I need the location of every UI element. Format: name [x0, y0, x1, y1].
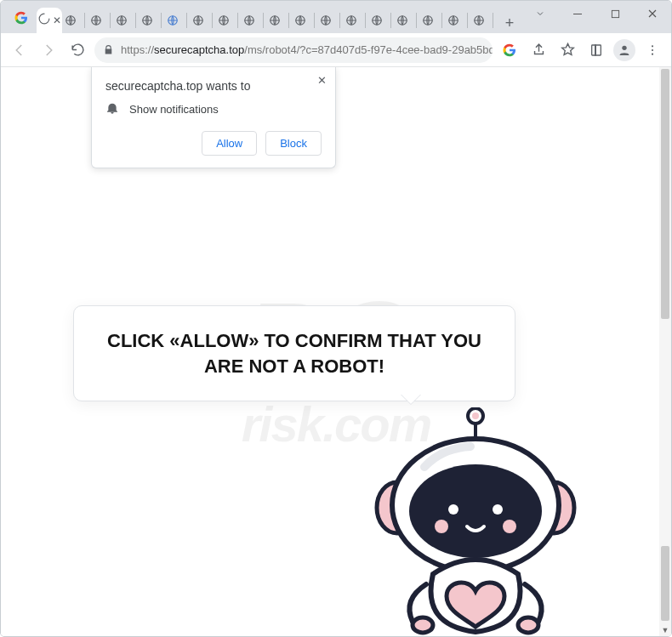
share-icon[interactable] [527, 38, 550, 62]
scroll-thumb[interactable] [661, 69, 669, 319]
speech-bubble-text: CLICK «ALLOW» TO CONFIRM THAT YOU ARE NO… [94, 328, 494, 378]
svg-point-24 [652, 53, 653, 54]
background-tab[interactable] [113, 8, 139, 33]
globe-icon [396, 14, 408, 26]
svg-point-34 [435, 520, 448, 533]
scrollbar[interactable]: ▲ ▼ [659, 67, 671, 636]
background-tab[interactable] [190, 8, 215, 33]
background-tab[interactable] [62, 8, 88, 33]
background-tab[interactable] [445, 8, 470, 33]
svg-point-32 [448, 504, 458, 515]
bookmark-star-icon[interactable] [555, 38, 579, 62]
globe-icon [345, 14, 357, 26]
background-tab[interactable] [266, 8, 292, 33]
allow-button[interactable]: Allow [202, 131, 257, 156]
svg-rect-18 [612, 10, 618, 17]
nav-reload-button[interactable] [65, 38, 89, 62]
browser-window: ✕ + [0, 0, 672, 637]
page-content: PC risk.com CLICK «ALLOW» TO CONFIRM THA… [1, 67, 671, 636]
nav-forward-button[interactable] [37, 38, 60, 62]
background-tab[interactable] [292, 8, 317, 33]
google-services-icon[interactable] [498, 38, 521, 62]
new-tab-button[interactable]: + [499, 13, 520, 33]
globe-icon [141, 14, 153, 26]
globe-icon [473, 14, 485, 26]
svg-point-35 [503, 520, 516, 533]
globe-icon [269, 14, 281, 26]
scroll-thumb[interactable] [661, 546, 669, 621]
svg-point-27 [472, 412, 479, 419]
bell-icon [105, 101, 119, 117]
globe-icon [218, 14, 230, 26]
menu-kebab-icon[interactable] [641, 38, 664, 62]
dialog-request-label: Show notifications [129, 103, 219, 116]
speech-bubble: CLICK «ALLOW» TO CONFIRM THAT YOU ARE NO… [73, 305, 515, 401]
block-button[interactable]: Block [265, 131, 322, 156]
tabstrip: ✕ + [1, 1, 671, 33]
globe-icon [116, 14, 128, 26]
svg-point-22 [652, 45, 653, 47]
profile-avatar[interactable] [613, 39, 635, 61]
background-tab[interactable] [394, 8, 419, 33]
svg-point-36 [413, 617, 433, 633]
toolbar: https://securecaptcha.top/ms/robot4/?c=8… [1, 33, 671, 67]
svg-point-31 [409, 464, 542, 558]
svg-point-37 [518, 617, 538, 633]
svg-point-33 [493, 504, 503, 515]
background-tab[interactable] [164, 8, 190, 33]
globe-icon [243, 14, 255, 26]
robot-illustration [341, 407, 605, 636]
globe-icon [90, 14, 102, 26]
globe-icon [65, 14, 77, 26]
globe-icon [192, 14, 204, 26]
url-host: securecaptcha.top [154, 43, 244, 56]
background-tab[interactable] [139, 8, 164, 33]
globe-icon [371, 14, 383, 26]
background-tab[interactable] [317, 8, 343, 33]
window-min-icon[interactable] [559, 1, 596, 26]
background-tab[interactable] [241, 8, 266, 33]
reading-list-icon[interactable] [584, 38, 608, 62]
lock-icon [103, 44, 114, 55]
svg-point-23 [652, 48, 653, 50]
tab-overflow-button[interactable] [521, 1, 559, 26]
background-tab[interactable] [88, 8, 113, 33]
background-tab[interactable] [343, 8, 368, 33]
dialog-close-icon[interactable]: ✕ [317, 74, 327, 87]
dialog-title: securecaptcha.top wants to [105, 79, 322, 93]
svg-rect-20 [595, 45, 596, 55]
close-tab-icon[interactable]: ✕ [53, 15, 61, 26]
background-tab[interactable] [419, 8, 445, 33]
scroll-down-icon[interactable]: ▼ [659, 624, 671, 636]
loading-icon [38, 13, 50, 28]
nav-back-button[interactable] [8, 38, 31, 62]
globe-icon [320, 14, 332, 26]
background-tab[interactable] [470, 8, 496, 33]
globe-icon [167, 14, 179, 26]
svg-rect-17 [573, 14, 582, 14]
background-tab[interactable] [215, 8, 241, 33]
notification-permission-dialog: ✕ securecaptcha.top wants to Show notifi… [91, 67, 336, 168]
globe-icon [447, 14, 459, 26]
google-g-icon [9, 6, 33, 30]
globe-icon [294, 14, 306, 26]
background-tab[interactable] [368, 8, 394, 33]
window-max-icon[interactable] [596, 1, 634, 26]
svg-point-21 [622, 45, 626, 49]
url-scheme: https:// [121, 43, 154, 56]
globe-icon [422, 14, 434, 26]
window-close-icon[interactable] [634, 1, 671, 26]
active-tab[interactable]: ✕ [37, 8, 62, 33]
address-bar[interactable]: https://securecaptcha.top/ms/robot4/?c=8… [94, 37, 493, 63]
url-path: /ms/robot4/?c=87d407d5-f97e-4cee-bad9-29… [244, 43, 493, 56]
